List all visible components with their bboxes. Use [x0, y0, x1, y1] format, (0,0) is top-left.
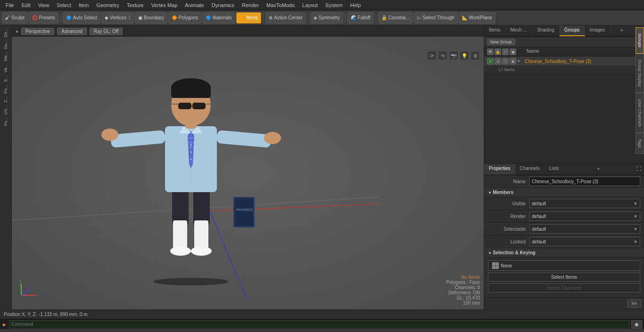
- tab-mesh[interactable]: Mesh ...: [505, 25, 532, 36]
- svg-rect-28: [185, 117, 197, 129]
- group-eye-icon[interactable]: ✓: [487, 58, 494, 65]
- prop-tab-properties[interactable]: Properties: [484, 164, 515, 175]
- side-tab-group-display[interactable]: Group Display: [636, 54, 644, 93]
- command-input[interactable]: [9, 320, 629, 329]
- left-tool-de[interactable]: De...: [2, 27, 9, 38]
- menu-maxtomodo[interactable]: MaxToModo: [263, 1, 298, 9]
- materials-icon: 🔷: [206, 15, 211, 20]
- col-name-header: Name: [527, 49, 641, 55]
- symmetry-button[interactable]: ◈ Symmetry: [310, 12, 343, 24]
- items-button[interactable]: 🔶 Items: [236, 12, 261, 24]
- menu-vertex-map[interactable]: Vertex Map: [148, 1, 182, 9]
- groups-empty-area: [484, 74, 644, 163]
- menu-animate[interactable]: Animate: [181, 1, 207, 9]
- boundary-button[interactable]: ▣ Boundary: [135, 12, 167, 24]
- select-through-button[interactable]: ▷ Select Through: [414, 12, 458, 24]
- svg-rect-31: [171, 86, 211, 98]
- vertices-num: 1: [128, 15, 131, 20]
- group-expand-icon[interactable]: +: [517, 58, 520, 65]
- sel-keying-section[interactable]: Selection & Keying: [484, 248, 644, 258]
- viewport[interactable]: ● Perspective Advanced Ray GL: Off ⟳ ⟲ 📷…: [12, 25, 484, 309]
- vp-ctrl-settings[interactable]: ⚙: [471, 51, 480, 60]
- svg-point-15: [170, 246, 191, 256]
- select-items-button[interactable]: Select Items: [488, 273, 640, 282]
- none-button[interactable]: None: [488, 260, 640, 271]
- prop-selectable-select[interactable]: default ▼: [529, 224, 640, 234]
- prop-tab-lists[interactable]: Lists: [545, 164, 564, 175]
- new-group-button[interactable]: New Group: [487, 39, 515, 45]
- sculpt-button[interactable]: 🖌 Sculpt: [2, 12, 28, 24]
- left-tool-du[interactable]: Du...: [2, 39, 9, 50]
- presets-button[interactable]: ⭕ Presets: [29, 12, 58, 24]
- left-tool-me[interactable]: Me...: [2, 51, 9, 62]
- vp-ctrl-2[interactable]: ⟲: [438, 51, 447, 60]
- items-icon: 🔶: [239, 15, 245, 20]
- menu-select[interactable]: Select: [53, 1, 75, 9]
- menu-dynamics[interactable]: Dynamics: [208, 1, 238, 9]
- svg-rect-17: [165, 126, 217, 192]
- svg-line-1: [210, 204, 380, 211]
- workplane-button[interactable]: 📐 WorkPlane: [459, 12, 495, 24]
- left-tool-ve[interactable]: Ve...: [2, 63, 9, 73]
- svg-line-3: [12, 187, 380, 202]
- menu-texture[interactable]: Texture: [123, 1, 148, 9]
- tab-add[interactable]: +: [617, 25, 626, 36]
- vp-ctrl-1[interactable]: ⟳: [427, 51, 437, 60]
- command-submit-button[interactable]: ◉: [631, 320, 642, 329]
- action-center-button[interactable]: ⊕ Action Center: [265, 12, 306, 24]
- constrai-button[interactable]: 🔒 Constrai...: [378, 12, 413, 24]
- svg-point-40: [190, 158, 192, 160]
- perspective-button[interactable]: Perspective: [21, 28, 54, 35]
- side-tab-groups[interactable]: Groups: [636, 27, 644, 54]
- group-lock2-icon[interactable]: ◈: [510, 58, 516, 65]
- svg-rect-12: [193, 187, 210, 225]
- menu-item[interactable]: Item: [75, 1, 92, 9]
- prop-locked-select[interactable]: default ▼: [529, 237, 640, 246]
- members-section[interactable]: Members: [484, 188, 644, 197]
- menu-geometry[interactable]: Geometry: [92, 1, 123, 9]
- tab-items[interactable]: Items: [484, 25, 505, 36]
- advanced-button[interactable]: Advanced: [57, 28, 86, 35]
- viewport-canvas[interactable]: ⟳ ⟲ 📷 💡 ⚙: [12, 37, 484, 309]
- prop-tab-add[interactable]: +: [594, 164, 603, 175]
- side-tab-user-channels[interactable]: User Channels: [636, 93, 644, 133]
- tab-images[interactable]: Images: [585, 25, 611, 36]
- vp-ctrl-light[interactable]: 💡: [460, 51, 469, 60]
- group-item-row[interactable]: ✓ ⊙ □ ◈ + Chinese_Schoolboy_T-Pose (3): [484, 57, 644, 66]
- left-tool-c[interactable]: C...: [2, 95, 9, 104]
- menu-layout[interactable]: Layout: [298, 1, 322, 9]
- svg-text:X: X: [36, 293, 39, 298]
- vertices-button[interactable]: ◆ Vertices 1: [101, 12, 134, 24]
- falloff-button[interactable]: 🌊 Falloff: [347, 12, 374, 24]
- left-tool-po[interactable]: Po...: [2, 84, 9, 95]
- left-tool-uv[interactable]: UV...: [2, 105, 9, 115]
- menu-view[interactable]: View: [34, 1, 53, 9]
- menu-system[interactable]: System: [322, 1, 347, 9]
- side-tab-tags[interactable]: Tags: [636, 133, 644, 154]
- tab-groups[interactable]: Groups: [560, 25, 585, 36]
- groups-column-header: 👁 🔒 □ ◉ Name: [484, 48, 644, 57]
- ray-gl-button[interactable]: Ray GL: Off: [90, 28, 123, 35]
- left-tool-e[interactable]: E...: [2, 74, 9, 83]
- menu-help[interactable]: Help: [347, 1, 365, 9]
- group-render-icon[interactable]: ⊙: [495, 58, 501, 65]
- left-tool-fu[interactable]: Fu...: [2, 116, 9, 127]
- auto-select-button[interactable]: 🔷 Auto Select: [63, 12, 100, 24]
- group-mesh-icon[interactable]: □: [502, 58, 509, 65]
- tab-shading[interactable]: Shading: [532, 25, 560, 36]
- menu-edit[interactable]: Edit: [18, 1, 34, 9]
- prop-tab-channels[interactable]: Channels: [515, 164, 545, 175]
- right-panel-tabs: Items Mesh ... Shading Groups Images + ⛶: [484, 25, 644, 37]
- svg-text:Z: Z: [30, 285, 32, 290]
- prop-name-input[interactable]: [529, 177, 640, 186]
- select-channels-button[interactable]: Select Channels: [488, 283, 640, 292]
- vp-ctrl-camera[interactable]: 📷: [449, 51, 458, 60]
- command-prompt-icon: ►: [2, 322, 7, 327]
- prop-visible-select[interactable]: default ▼: [529, 199, 640, 208]
- menu-render[interactable]: Render: [238, 1, 263, 9]
- prop-name-label: Name: [488, 179, 526, 184]
- menu-file[interactable]: File: [2, 1, 18, 9]
- materials-button[interactable]: 🔷 Materials: [202, 12, 235, 24]
- prop-render-select[interactable]: default ▼: [529, 211, 640, 221]
- polygons-button[interactable]: 🔶 Polygons: [168, 12, 201, 24]
